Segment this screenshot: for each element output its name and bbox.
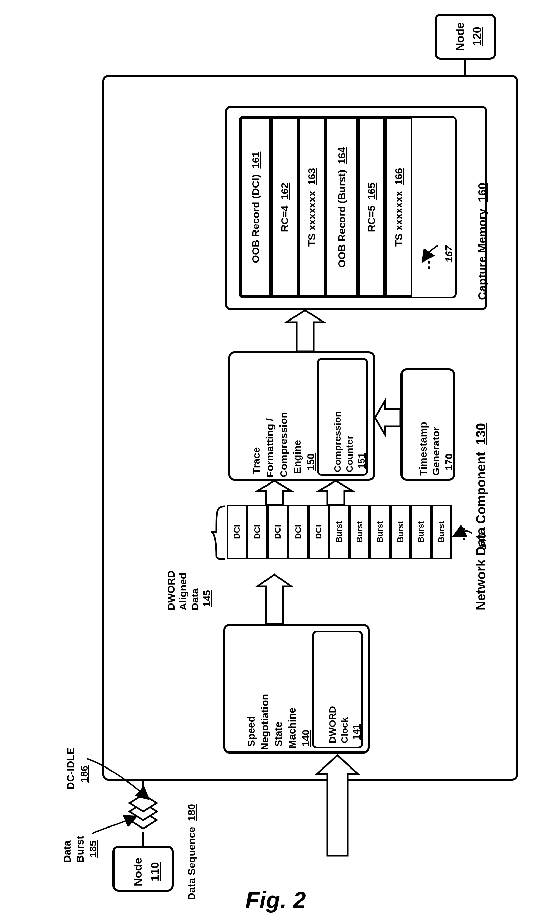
memory-title: Capture Memory xyxy=(475,208,488,300)
node-right-title: Node xyxy=(453,22,466,51)
dword-cell-10: Burst xyxy=(431,505,452,559)
data-burst-ref: 185 xyxy=(87,840,99,858)
timestamp-title-l2: Generator xyxy=(430,427,442,476)
record-oob-burst-text: OOB Record (Burst) xyxy=(336,170,347,268)
dword-cell-4: DCI xyxy=(308,505,329,559)
memory-record-ts2: TS xxxxxxx 166 xyxy=(385,118,412,297)
record-oob-dci-text: OOB Record (DCI) xyxy=(250,174,261,263)
node-left-title: Node xyxy=(131,858,145,886)
clock-ref: 141 xyxy=(351,724,362,740)
memory-record-rc5: RC=5 165 xyxy=(358,118,385,297)
dword-title-l3: Data xyxy=(189,588,201,610)
dword-cell-7: Burst xyxy=(370,505,390,559)
sm-title-l3: State xyxy=(273,722,284,747)
record-ts1-text: TS xxxxxxx xyxy=(306,190,317,246)
dword-cell-0: DCI xyxy=(227,505,247,559)
memory-record-ts1: TS xxxxxxx 163 xyxy=(298,118,325,297)
sm-title-l1: Speed xyxy=(246,716,258,747)
data-burst-l2: Burst xyxy=(74,836,86,862)
node-left-ref: 110 xyxy=(148,862,162,881)
clock-title-l2: Clock xyxy=(339,717,350,743)
dword-cell-3: DCI xyxy=(288,505,308,559)
dc-idle-ref: 186 xyxy=(78,765,90,783)
memory-record-rc4: RC=4 162 xyxy=(271,118,298,297)
record-rc4-text: RC=4 xyxy=(279,205,290,232)
engine-title-l2: Formatting / xyxy=(264,418,276,477)
component-ref: 130 xyxy=(474,423,488,445)
engine-ref: 150 xyxy=(305,453,317,471)
memory-record-oob-dci: OOB Record (DCI) 161 xyxy=(240,118,271,297)
dword-cell-1: DCI xyxy=(247,505,268,559)
counter-ref: 151 xyxy=(356,453,367,469)
counter-title-l1: Compression xyxy=(332,411,343,472)
memory-ellipsis-ref: 167 xyxy=(443,246,455,262)
record-ts2-text: TS xxxxxxx xyxy=(393,190,404,246)
counter-title-l2: Counter xyxy=(344,436,355,472)
memory-ellipsis-icon: ⋮ xyxy=(421,252,437,271)
figure-caption: Fig. 2 xyxy=(246,886,306,913)
dword-title-l2: Aligned xyxy=(177,573,189,610)
dword-cell-6: Burst xyxy=(349,505,370,559)
engine-title-l1: Trace xyxy=(250,447,262,474)
engine-title-l3: Compression xyxy=(278,412,290,477)
timestamp-title-l1: Timestamp xyxy=(418,422,430,476)
engine-title-l4: Engine xyxy=(291,440,303,474)
dword-cell-8: Burst xyxy=(390,505,411,559)
record-rc4-ref: 162 xyxy=(279,182,290,200)
component-title: Network Data Component xyxy=(474,452,488,610)
memory-record-oob-burst: OOB Record (Burst) 164 xyxy=(325,118,358,297)
record-rc5-text: RC=5 xyxy=(366,205,377,232)
pointer-data-burst xyxy=(92,820,128,834)
dc-idle-title: DC-IDLE xyxy=(65,748,77,789)
data-sequence-title: Data Sequence xyxy=(186,827,197,900)
diamond-stack xyxy=(130,794,157,828)
dword-cell-2: DCI xyxy=(268,505,288,559)
record-rc5-ref: 165 xyxy=(366,182,377,200)
sm-title-l4: Machine xyxy=(286,708,298,748)
dword-title-l1: DWORD xyxy=(165,570,177,610)
dword-cell-5: Burst xyxy=(329,505,349,559)
record-oob-burst-ref: 164 xyxy=(336,147,347,164)
dword-cell-9: Burst xyxy=(411,505,431,559)
timestamp-ref: 170 xyxy=(443,453,455,471)
dword-ellipsis-ref: 146 xyxy=(477,533,488,549)
record-oob-dci-ref: 161 xyxy=(250,152,261,168)
data-sequence-ref: 180 xyxy=(186,804,197,821)
record-ts1-ref: 163 xyxy=(306,168,317,185)
sm-ref: 140 xyxy=(300,730,312,747)
record-ts2-ref: 166 xyxy=(393,168,404,185)
sm-title-l2: Negotiation xyxy=(259,694,271,750)
node-right-ref: 120 xyxy=(470,27,484,46)
dword-ellipsis-icon: ⋮ xyxy=(457,525,472,543)
data-burst-l1: Data xyxy=(61,840,73,862)
clock-title-l1: DWORD xyxy=(327,706,338,743)
dword-ref: 145 xyxy=(201,590,213,607)
memory-ref: 160 xyxy=(475,183,488,202)
